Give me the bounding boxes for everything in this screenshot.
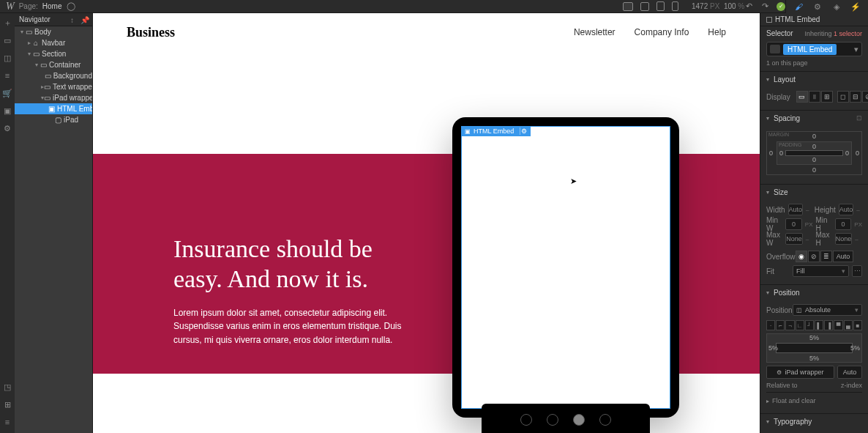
selection-tag-label: HTML Embed (474, 127, 514, 135)
settings-icon[interactable]: ⚙ (2, 123, 12, 133)
layout-section: ▾Layout Display ▭ ⫴ ⊞ ◻ ⊟ ⊘ (760, 71, 868, 110)
edit-icon[interactable]: ⊡ (856, 114, 862, 122)
ecommerce-icon[interactable]: 🛒 (2, 88, 12, 98)
nav-item-background[interactable]: ▭Background (15, 70, 92, 81)
nav-item-ipad-wrapper[interactable]: ▾▭iPad wrapper (15, 92, 92, 103)
site-navbar: Business NewsletterCompany InfoHelp (93, 13, 760, 51)
size-header[interactable]: ▾Size (760, 185, 868, 199)
class-chip[interactable]: HTML Embed (783, 44, 837, 55)
pos-preset[interactable]: ▀ (834, 320, 842, 330)
display-inline-block-button[interactable]: ◻ (837, 91, 849, 103)
layout-header[interactable]: ▾Layout (760, 72, 868, 86)
top-bar: W Page: Home ◯ 1472 PX 100 % ↶ ↷ ⟨⟩ ⇱ ▲P… (0, 0, 868, 13)
pos-preset[interactable]: ▄ (844, 320, 853, 330)
fit-more-button[interactable]: ⋯ (852, 265, 862, 277)
overflow-buttons: ◉ ⊘ ≣ Auto (796, 251, 853, 262)
overflow-visible-button[interactable]: ◉ (796, 251, 807, 262)
pos-preset[interactable]: ▐ (824, 320, 833, 330)
display-buttons-2: ◻ ⊟ ⊘ (837, 91, 868, 103)
nav-item-html-embed[interactable]: ▣HTML Embed (15, 103, 92, 114)
position-header[interactable]: ▾Position (760, 285, 868, 300)
pos-preset[interactable]: ¬ (785, 320, 794, 330)
settings-tab-icon[interactable]: ⚙ (812, 1, 823, 12)
height-input[interactable]: Auto (839, 204, 854, 215)
maxw-input[interactable]: None (785, 233, 803, 245)
spacing-header[interactable]: ▾Spacing⊡ (760, 111, 868, 125)
device-mobile-icon[interactable] (672, 1, 678, 11)
position-offset-editor[interactable]: 5% 5% 5% 5% (766, 333, 862, 363)
display-flex-button[interactable]: ⫴ (809, 91, 820, 103)
position-select[interactable]: ◫Absolute▾ (793, 304, 862, 316)
collapse-icon[interactable]: ↕ (70, 16, 78, 23)
display-inline-button[interactable]: ⊟ (850, 91, 861, 103)
hero-section: Insurance should be easy. And now it is.… (93, 51, 760, 432)
pos-preset[interactable]: ┘ (805, 320, 814, 330)
html-embed-selection[interactable]: ▣ HTML Embed ⚙ ➤ (461, 126, 670, 409)
device-tablet-portrait-icon[interactable] (656, 1, 665, 11)
interactions-tab-icon[interactable]: ⚡ (850, 1, 861, 12)
page-label: Page: (19, 2, 38, 10)
ipad-dock (482, 404, 650, 433)
canvas[interactable]: Business NewsletterCompany InfoHelp Insu… (93, 13, 760, 433)
float-clear-toggle[interactable]: Float and clear (772, 397, 816, 404)
device-desktop-icon[interactable] (623, 2, 633, 11)
class-input[interactable]: HTML Embed ▾ (766, 42, 862, 56)
pos-preset[interactable]: ■ (853, 320, 862, 330)
panels-icon[interactable]: ◫ (2, 53, 12, 63)
navigator-tree: ▾▭Body▸⌂Navbar▾▭Section▾▭Container▭Backg… (15, 26, 92, 125)
pos-preset[interactable]: · (766, 320, 775, 330)
cms-icon[interactable]: ≡ (2, 70, 12, 81)
nav-link: Newsletter (574, 27, 616, 37)
pos-preset[interactable]: ▌ (815, 320, 823, 330)
grid-icon[interactable]: ⊞ (2, 399, 12, 410)
assets-icon[interactable]: ▣ (2, 106, 12, 116)
style-tab-icon[interactable]: 🖌 (793, 1, 804, 12)
nav-item-body[interactable]: ▾▭Body (15, 26, 92, 37)
selection-gear-icon[interactable]: ⚙ (520, 127, 527, 135)
style-manager-tab-icon[interactable]: ◈ (831, 1, 842, 12)
nav-links: NewsletterCompany InfoHelp (574, 27, 726, 37)
minw-input[interactable]: 0 (785, 218, 802, 230)
nav-link: Company Info (635, 27, 689, 37)
webflow-logo[interactable]: W (6, 1, 15, 12)
dock-dot (547, 414, 558, 426)
nav-item-container[interactable]: ▾▭Container (15, 59, 92, 70)
minh-input[interactable]: 0 (835, 218, 852, 230)
nav-item-ipad[interactable]: ▢iPad (15, 114, 92, 125)
nav-item-section[interactable]: ▾▭Section (15, 48, 92, 59)
selection-tag[interactable]: ▣ HTML Embed ⚙ (461, 126, 531, 136)
display-grid-button[interactable]: ⊞ (821, 91, 833, 103)
nav-item-text-wrapper[interactable]: ▸▭Text wrapper (15, 81, 92, 92)
pos-preset[interactable]: ⌐ (776, 320, 785, 330)
display-block-button[interactable]: ▭ (796, 91, 808, 103)
eye-icon[interactable]: ◯ (67, 2, 75, 11)
add-element-icon[interactable]: ＋ (2, 18, 12, 28)
pin-icon[interactable]: 📌 (81, 16, 88, 23)
typography-header[interactable]: ▾Typography (760, 414, 868, 429)
display-label: Display (766, 93, 790, 101)
dropdown-icon[interactable]: ▾ (854, 45, 858, 54)
pos-preset[interactable]: ∟ (796, 320, 804, 330)
overflow-scroll-button[interactable]: ≣ (820, 251, 832, 262)
nav-item-navbar[interactable]: ▸⌂Navbar (15, 37, 92, 48)
redo-icon[interactable]: ↷ (760, 2, 769, 11)
relative-auto-button[interactable]: Auto (837, 366, 862, 379)
maxh-input[interactable]: None (835, 233, 853, 245)
hero-text: Insurance should be easy. And now it is.… (173, 234, 422, 347)
display-none-button[interactable]: ⊘ (862, 91, 868, 103)
inheriting-indicator[interactable]: Inheriting 1 selector (804, 30, 862, 37)
width-input[interactable]: Auto (788, 204, 804, 215)
guides-icon[interactable]: ≡ (2, 417, 12, 427)
undo-icon[interactable]: ↶ (744, 2, 753, 11)
overflow-hidden-button[interactable]: ⊘ (808, 251, 820, 262)
relative-parent-button[interactable]: ⚙iPad wrapper (766, 366, 834, 379)
fit-select[interactable]: Fill▾ (793, 265, 849, 277)
spacing-editor[interactable]: MARGIN PADDING 0 0 0 0 0 0 0 0 (766, 131, 862, 175)
device-indicator-icon (770, 45, 780, 53)
page-name[interactable]: Home (42, 2, 62, 10)
device-tablet-icon[interactable] (640, 2, 649, 11)
navigator-title: Navigator (19, 15, 50, 23)
overflow-auto-button[interactable]: Auto (833, 251, 853, 262)
pages-icon[interactable]: ▭ (2, 35, 12, 45)
audit-icon[interactable]: ◳ (2, 382, 12, 392)
